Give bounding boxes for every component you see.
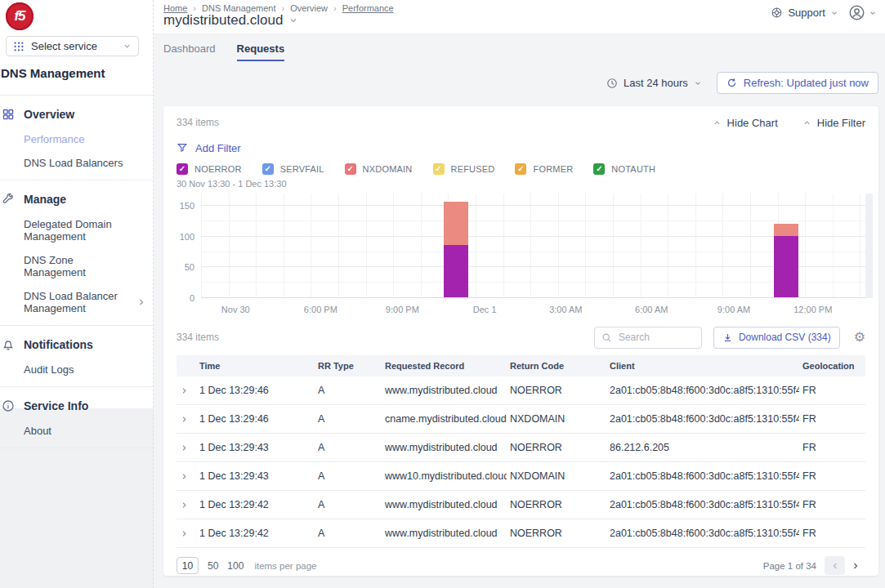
chart-y-axis: 150 100 50 0	[177, 194, 198, 298]
table-row[interactable]: 1 Dec 13:29:42 A www.mydistributed.cloud…	[177, 519, 865, 548]
cell-time: 1 Dec 13:29:43	[196, 470, 315, 482]
support-menu[interactable]: Support	[771, 7, 838, 19]
legend-checkbox-noerror[interactable]: ✓	[177, 163, 188, 175]
cell-client: 2a01:cb05:8b48:f600:3d0c:a8f5:1310:55f4	[606, 470, 799, 482]
gear-icon[interactable]: ⚙	[854, 331, 865, 344]
tab-dashboard[interactable]: Dashboard	[163, 42, 216, 61]
cell-requested-record: www.mydistributed.cloud	[382, 528, 507, 539]
legend-item-nxdomain[interactable]: ✓ NXDOMAIN	[345, 163, 413, 175]
table-row[interactable]: 1 Dec 13:29:43 A www.mydistributed.cloud…	[177, 434, 865, 462]
time-range-dropdown[interactable]: Last 24 hours	[606, 77, 702, 89]
hide-chart-toggle[interactable]: Hide Chart	[713, 117, 778, 129]
cell-client: 2a01:cb05:8b48:f600:3d0c:a8f5:1310:55f4	[606, 385, 799, 396]
sidebar-item-dns-zone-management[interactable]: DNS Zone Management	[0, 248, 153, 284]
legend-checkbox-servfail[interactable]: ✓	[262, 163, 274, 175]
sidebar-section-manage[interactable]: Manage	[0, 185, 153, 212]
sidebar-section-overview[interactable]: Overview	[0, 100, 153, 127]
table-row[interactable]: 1 Dec 13:29:46 A cname.mydistributed.clo…	[177, 405, 865, 434]
hide-filter-toggle[interactable]: Hide Filter	[802, 117, 865, 129]
download-csv-button[interactable]: Download CSV (334)	[713, 327, 840, 349]
chevron-up-icon	[802, 118, 811, 127]
page-size-10[interactable]: 10	[177, 557, 199, 574]
sidebar-item-performance[interactable]: Performance	[0, 127, 153, 151]
expand-row-chevron-icon[interactable]	[177, 472, 196, 481]
x-tick: Dec 1	[473, 305, 497, 314]
f5-logo[interactable]: f5	[6, 2, 34, 30]
sidebar-section-service-info[interactable]: Service Info	[0, 392, 153, 419]
download-csv-label: Download CSV (334)	[739, 332, 831, 343]
previous-page-button[interactable]	[825, 556, 845, 575]
sidebar-item-audit-logs[interactable]: Audit Logs	[0, 358, 153, 381]
cell-rr-type: A	[315, 470, 382, 482]
cell-requested-record: www.mydistributed.cloud	[382, 499, 507, 510]
cell-client: 86.212.6.205	[606, 442, 799, 453]
y-tick: 50	[185, 262, 194, 272]
wrench-icon	[2, 193, 15, 206]
chart-bar-segment-noerror	[444, 245, 468, 297]
legend-checkbox-former[interactable]: ✓	[515, 163, 526, 175]
cell-requested-record: www10.mydistributed.cloud	[382, 470, 507, 482]
legend-label: FORMER	[533, 164, 573, 174]
cell-rr-type: A	[315, 442, 382, 453]
sidebar-section-notifications[interactable]: Notifications	[0, 331, 153, 358]
expand-row-chevron-icon[interactable]	[177, 529, 196, 538]
search-icon	[601, 332, 612, 343]
cell-requested-record: cname.mydistributed.cloud	[382, 413, 507, 425]
table-row[interactable]: 1 Dec 13:29:46 A www.mydistributed.cloud…	[177, 376, 865, 405]
column-header-return-code[interactable]: Return Code	[507, 361, 606, 371]
legend-item-former[interactable]: ✓ FORMER	[515, 163, 573, 175]
refresh-icon	[726, 78, 737, 88]
legend-checkbox-refused[interactable]: ✓	[433, 163, 445, 175]
column-header-time[interactable]: Time	[196, 361, 315, 371]
add-filter-label: Add Filter	[195, 142, 241, 154]
x-tick: 9:00 PM	[386, 305, 419, 314]
cell-return-code: NOERROR	[507, 385, 606, 396]
legend-item-notauth[interactable]: ✓ NOTAUTH	[593, 163, 655, 175]
column-header-rr-type[interactable]: RR Type	[315, 361, 382, 371]
chart-bar-segment-nxdomain	[774, 224, 798, 235]
page-title: mydistributed.cloud	[163, 12, 283, 29]
table-row[interactable]: 1 Dec 13:29:43 A www10.mydistributed.clo…	[177, 462, 865, 491]
sidebar-item-delegated-domain-management[interactable]: Delegated Domain Management	[0, 212, 153, 248]
legend-item-servfail[interactable]: ✓ SERVFAIL	[262, 163, 324, 175]
column-header-client[interactable]: Client	[606, 361, 799, 371]
add-filter-button[interactable]: Add Filter	[177, 140, 865, 156]
chart-bar	[444, 193, 468, 297]
select-service-dropdown[interactable]: Select service	[6, 36, 139, 56]
breadcrumb-performance[interactable]: Performance	[342, 3, 394, 13]
chevron-down-icon	[869, 9, 877, 17]
y-tick: 100	[180, 232, 194, 242]
page-size-50[interactable]: 50	[208, 560, 218, 572]
page-title-dropdown[interactable]: mydistributed.cloud	[163, 12, 298, 29]
requests-table: Time RR Type Requested Record Return Cod…	[177, 355, 865, 548]
legend-item-refused[interactable]: ✓ REFUSED	[433, 163, 495, 175]
legend-checkbox-nxdomain[interactable]: ✓	[345, 163, 356, 175]
sidebar-item-about[interactable]: About	[0, 419, 153, 443]
cell-requested-record: www.mydistributed.cloud	[382, 442, 507, 453]
refresh-button[interactable]: Refresh: Updated just now	[717, 72, 878, 94]
tab-requests[interactable]: Requests	[237, 42, 285, 61]
expand-row-chevron-icon[interactable]	[177, 501, 196, 510]
legend-checkbox-notauth[interactable]: ✓	[593, 163, 605, 175]
cell-requested-record: www.mydistributed.cloud	[382, 385, 507, 396]
topbar-right: Support	[771, 4, 877, 21]
user-menu[interactable]	[848, 4, 877, 21]
sidebar-item-dns-load-balancers[interactable]: DNS Load Balancers	[0, 151, 153, 175]
next-page-button[interactable]	[845, 556, 865, 575]
page-size-100[interactable]: 100	[227, 560, 244, 572]
expand-row-chevron-icon[interactable]	[177, 386, 196, 395]
column-header-geolocation[interactable]: Geolocation	[799, 361, 865, 371]
column-header-requested-record[interactable]: Requested Record	[382, 361, 507, 371]
search-input[interactable]	[617, 331, 695, 344]
cell-return-code: NOERROR	[507, 499, 606, 510]
legend-item-noerror[interactable]: ✓ NOERROR	[177, 163, 242, 175]
cell-geolocation: FR	[799, 385, 865, 396]
expand-row-chevron-icon[interactable]	[177, 415, 196, 424]
expand-row-chevron-icon[interactable]	[177, 443, 196, 452]
sidebar-item-dns-load-balancer-management[interactable]: DNS Load Balancer Management	[0, 284, 153, 320]
cell-rr-type: A	[315, 385, 382, 396]
table-row[interactable]: 1 Dec 13:29:42 A www.mydistributed.cloud…	[177, 491, 865, 519]
user-avatar-icon	[848, 4, 865, 21]
cell-time: 1 Dec 13:29:42	[196, 528, 315, 539]
search-box[interactable]	[594, 327, 702, 349]
